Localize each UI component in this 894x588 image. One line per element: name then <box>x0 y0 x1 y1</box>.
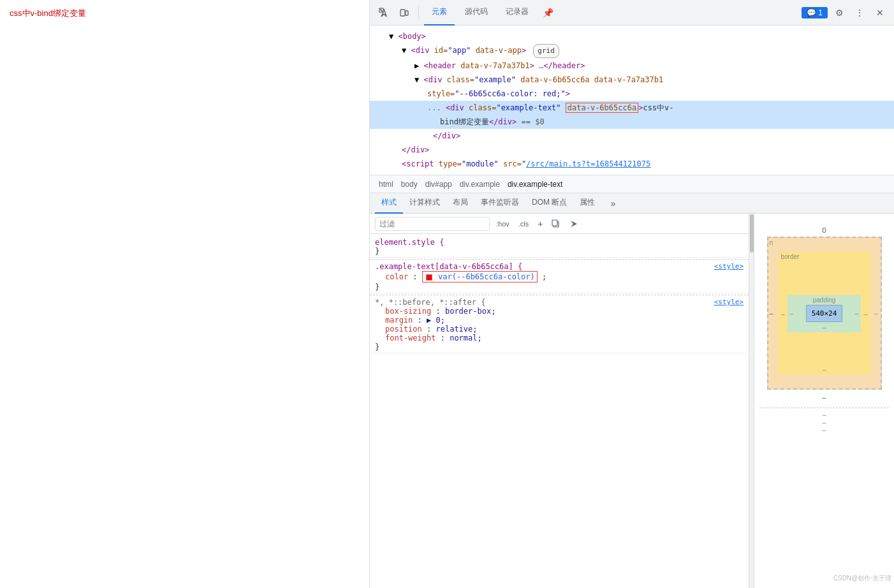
tree-div-end2[interactable]: </div> <box>370 143 894 157</box>
box-model-extras: – – – <box>759 408 889 434</box>
device-toolbar-button[interactable] <box>395 4 413 22</box>
position-line: position : relative; <box>375 325 744 334</box>
universal-rule-close: } <box>375 342 744 351</box>
box-sizing-line: box-sizing : border-box; <box>375 307 744 316</box>
example-text-rule-close: } <box>375 283 744 291</box>
main-content-area: :hov .cls + <box>370 214 894 588</box>
example-text-rule: .example-text[data-v-6b65cc6a] { <style>… <box>370 261 749 293</box>
svg-rect-1 <box>400 10 405 16</box>
tab-layout[interactable]: 布局 <box>446 193 474 214</box>
more-styles-tabs-button[interactable]: » <box>604 195 622 212</box>
toolbar-separator <box>418 6 419 19</box>
padding-right-dash: – <box>854 309 858 317</box>
color-swatch-red <box>426 274 432 281</box>
font-weight-line: font-weight : normal; <box>375 334 744 342</box>
settings-button[interactable]: ⚙ <box>830 4 848 22</box>
inspect-element-button[interactable] <box>375 4 393 22</box>
extra-dash-1: – <box>759 411 889 418</box>
extra-dash-2: – <box>759 418 889 426</box>
example-text-source[interactable]: <style> <box>714 262 744 270</box>
styles-main: :hov .cls + <box>370 214 749 588</box>
filter-input[interactable] <box>375 217 490 231</box>
example-text-selector-line: .example-text[data-v-6b65cc6a] { <style> <box>375 262 744 271</box>
tree-div-example-text-content: bind绑定变量</div> == $0 <box>370 115 894 129</box>
border-right-dash: – <box>863 310 867 318</box>
padding-bottom-dash: – <box>821 322 827 332</box>
html-tree: ▼ <body> ▼ <div id="app" data-v-app> gri… <box>370 26 894 175</box>
webpage-preview: css中v-bind绑定变量 <box>0 0 370 588</box>
tab-styles[interactable]: 样式 <box>375 193 403 214</box>
universal-selector-line: *, *::before, *::after { <style> <box>375 298 744 307</box>
copy-style-button[interactable] <box>549 217 563 231</box>
element-style-close: } <box>375 247 744 256</box>
scrollbar[interactable] <box>749 214 754 588</box>
box-model-panel: 0 n – border – <box>754 214 894 588</box>
border-layer: border – padding – <box>779 252 870 374</box>
rule-separator-2 <box>370 295 749 295</box>
breadcrumb-html[interactable]: html <box>375 180 397 189</box>
devtools-toolbar: 元素 源代码 记录器 📌 💬 1 ⚙ ⋮ ✕ <box>370 0 894 26</box>
tree-div-example-text[interactable]: ... <div class="example-text" data-v-6b6… <box>370 101 894 115</box>
breadcrumb: html body div#app div.example div.exampl… <box>370 175 894 193</box>
box-model-diagram: 0 n – border – <box>767 224 882 402</box>
box-model-area: 0 n – border – <box>754 214 894 439</box>
more-options-button[interactable]: ⋮ <box>851 4 868 22</box>
rule-separator-1 <box>370 259 749 260</box>
border-bottom-dash: – <box>779 365 870 374</box>
extra-dash-3: – <box>759 426 889 434</box>
css-var-value: var(--6b65cc6a-color) <box>438 272 535 281</box>
tab-computed[interactable]: 计算样式 <box>403 193 446 214</box>
tab-elements[interactable]: 元素 <box>424 0 455 26</box>
tree-div-example[interactable]: ▼ <div class="example" data-v-6b65cc6a d… <box>370 73 894 87</box>
margin-layer: n – border – padding <box>767 237 882 390</box>
element-style-rule: element.style { } <box>370 237 749 258</box>
padding-left-dash: – <box>790 309 794 317</box>
page-title: css中v-bind绑定变量 <box>0 0 369 27</box>
tree-script[interactable]: <script type="module" src="/src/main.ts?… <box>370 157 894 171</box>
computed-style-button[interactable] <box>567 217 581 231</box>
margin-right-dash: – <box>874 309 877 317</box>
devtools-panel: 元素 源代码 记录器 📌 💬 1 ⚙ ⋮ ✕ ▼ <body> ▼ <div i… <box>370 0 894 588</box>
cls-filter-button[interactable]: .cls <box>516 219 532 229</box>
hov-filter-button[interactable]: :hov <box>494 219 512 229</box>
tab-dom-breakpoints[interactable]: DOM 断点 <box>525 193 573 214</box>
tree-style-line[interactable]: style="--6b65cc6a-color: red;"> <box>370 87 894 101</box>
styles-panel: element.style { } .example-text[data-v-6… <box>370 234 749 588</box>
breadcrumb-body[interactable]: body <box>397 180 421 189</box>
border-left-dash: – <box>781 310 785 318</box>
tree-div-end1[interactable]: </div> <box>370 129 894 143</box>
svg-rect-4 <box>552 220 557 226</box>
tab-event-listeners[interactable]: 事件监听器 <box>474 193 525 214</box>
tree-body[interactable]: ▼ <body> <box>370 29 894 43</box>
tab-sources[interactable]: 源代码 <box>457 0 495 26</box>
color-property-line: color : var(--6b65cc6a-color) ; <box>375 271 744 283</box>
tree-header[interactable]: ▶ <header data-v-7a7a37b1> …</header> <box>370 59 894 73</box>
svg-rect-2 <box>406 11 408 15</box>
content-box: 540×24 <box>806 305 843 322</box>
tree-div-app[interactable]: ▼ <div id="app" data-v-app> grid <box>370 43 894 59</box>
tab-recorder[interactable]: 记录器 <box>498 0 536 26</box>
add-style-button[interactable]: + <box>535 217 545 230</box>
box-model-top-value: 0 <box>822 226 826 234</box>
margin-bottom-value: – <box>822 393 826 401</box>
tab-properties[interactable]: 属性 <box>573 193 601 214</box>
comment-count: 1 <box>818 8 823 17</box>
comment-badge[interactable]: 💬 1 <box>802 7 828 18</box>
watermark: CSDN@创作·关于理 <box>833 574 891 583</box>
pin-icon[interactable]: 📌 <box>539 4 557 22</box>
styles-filter-bar: :hov .cls + <box>370 214 749 234</box>
close-devtools-button[interactable]: ✕ <box>871 4 889 22</box>
breadcrumb-div-app[interactable]: div#app <box>421 180 456 189</box>
universal-rule: *, *::before, *::after { <style> box-siz… <box>370 297 749 353</box>
toolbar-right: 💬 1 ⚙ ⋮ ✕ <box>802 4 889 22</box>
universal-source[interactable]: <style> <box>714 298 744 306</box>
breadcrumb-div-example[interactable]: div.example <box>456 180 504 189</box>
margin-line: margin : ▶ 0; <box>375 316 744 325</box>
breadcrumb-div-example-text[interactable]: div.example-text <box>504 180 566 189</box>
padding-label: padding <box>812 295 837 305</box>
margin-label: n <box>770 239 773 246</box>
styles-tabs-bar: 样式 计算样式 布局 事件监听器 DOM 断点 属性 » <box>370 193 894 214</box>
padding-layer: padding – 540×24 – – <box>788 295 861 332</box>
margin-left-value: – <box>770 309 773 317</box>
element-style-selector: element.style { <box>375 238 744 247</box>
